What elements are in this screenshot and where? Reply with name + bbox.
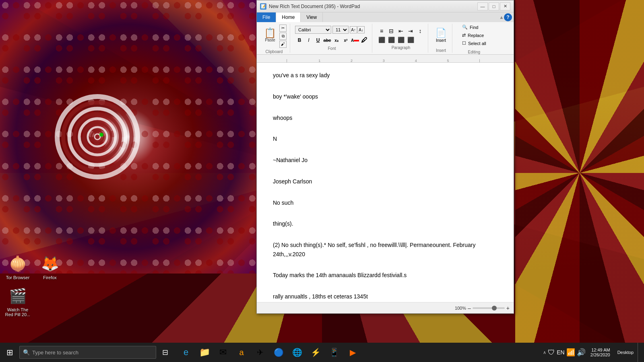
strikethrough-button[interactable]: abc <box>323 36 332 45</box>
highlight-button[interactable]: 🖊 <box>360 36 369 45</box>
increase-indent-button[interactable]: ⇥ <box>406 27 415 35</box>
font-name-select[interactable]: Calibri <box>295 26 331 34</box>
ribbon-collapse-btn[interactable]: ▲ <box>499 14 504 20</box>
insert-label: Insert <box>436 38 446 43</box>
numbered-list-button[interactable]: ⊟ <box>387 27 396 35</box>
taskbar-mail[interactable]: ✉ <box>214 343 232 361</box>
start-button[interactable]: ⊞ <box>0 343 19 362</box>
underline-button[interactable]: U <box>314 36 322 45</box>
text-color-button[interactable]: A <box>351 36 359 45</box>
taskbar-amazon[interactable]: a <box>233 343 250 361</box>
desktop-icon-tor[interactable]: 🧅 Tor Browser <box>3 253 32 282</box>
clock-time: 12:49 AM <box>591 348 610 352</box>
taskbar-media[interactable]: ▶ <box>344 343 361 361</box>
align-center-button[interactable]: ⬛ <box>387 36 396 44</box>
status-bar: 100% – + <box>257 302 514 313</box>
superscript-button[interactable]: x² <box>341 36 350 45</box>
clipboard-group: 📋 Paste ✂ ⧉ 🖌 Clipboard <box>258 24 290 53</box>
document-content[interactable]: you've a s ra sexy lady boy *'wake' ooop… <box>257 63 514 302</box>
show-hidden-icons-button[interactable]: ∧ <box>543 350 546 355</box>
antivirus-tray-icon: 🛡 <box>548 348 555 357</box>
doc-line-11 <box>273 187 497 196</box>
tripadvisor-icon: ✈ <box>257 348 264 357</box>
spiral-overlay <box>53 93 142 181</box>
insert-button[interactable]: 📄 Insert <box>433 26 449 44</box>
windows-icon: ⊞ <box>6 348 13 357</box>
taskbar-web[interactable]: 🌐 <box>288 343 306 361</box>
font-shrink-button[interactable]: A↓ <box>357 26 365 33</box>
desktop-icon-video[interactable]: 🎬 Watch The Red Pill 20... <box>3 285 32 319</box>
desktop-label[interactable]: Desktop <box>615 350 636 355</box>
tab-file[interactable]: File <box>257 12 276 22</box>
tor-label: Tor Browser <box>6 275 30 280</box>
minimize-button[interactable]: — <box>477 2 488 10</box>
paragraph-group: ≡ ⊟ ⇤ ⇥ ↕ ⬛ ⬛ ⬛ ⬛ Paragraph <box>374 24 428 53</box>
taskbar-tor-tb[interactable]: 🔵 <box>270 343 287 361</box>
help-button[interactable]: ? <box>504 13 512 21</box>
taskbar-winrar[interactable]: ⚡ <box>307 343 324 361</box>
align-left-button[interactable]: ⬛ <box>377 36 386 44</box>
taskbar-tripadvisor[interactable]: ✈ <box>251 343 269 361</box>
maximize-button[interactable]: □ <box>489 2 499 10</box>
desktop-icon-firefox[interactable]: 🦊 Firefox <box>35 253 64 282</box>
paste-button[interactable]: 📋 Paste <box>262 27 279 44</box>
font-grow-button[interactable]: A↑ <box>350 26 357 33</box>
replace-label: Replace <box>468 33 484 38</box>
align-right-button[interactable]: ⬛ <box>396 36 405 44</box>
insert-icon: 📄 <box>436 28 446 38</box>
svg-point-3 <box>74 114 120 160</box>
system-clock[interactable]: 12:49 AM 2/26/2020 <box>587 348 613 357</box>
copy-button[interactable]: ⧉ <box>279 33 287 40</box>
zoom-increase-button[interactable]: + <box>506 305 510 311</box>
search-bar[interactable]: 🔍 Type here to search <box>19 346 156 359</box>
video-icon: 🎬 <box>8 286 27 306</box>
italic-button[interactable]: I <box>304 36 313 45</box>
volume-tray-icon[interactable]: 🔊 <box>577 348 586 357</box>
clock-date: 2/26/2020 <box>590 352 610 357</box>
zoom-thumb <box>492 306 497 311</box>
task-view-icon: ⊟ <box>162 348 168 357</box>
desktop: 🧅 Tor Browser 🦊 Firefox 🎬 Watch The Red … <box>0 0 644 346</box>
close-button[interactable]: ✕ <box>500 2 510 10</box>
doc-line-4: whoops <box>273 113 497 122</box>
search-placeholder: Type here to search <box>32 350 78 356</box>
paragraph-label: Paragraph <box>392 45 411 50</box>
cut-button[interactable]: ✂ <box>279 25 287 32</box>
bullets-button[interactable]: ≡ <box>377 27 386 35</box>
replace-button[interactable]: ⇄ Replace <box>460 32 488 39</box>
doc-line-1 <box>273 81 497 90</box>
tab-home[interactable]: Home <box>276 12 301 22</box>
doc-line-15 <box>273 230 497 239</box>
taskbar-edge[interactable]: e <box>177 343 195 361</box>
show-desktop-button[interactable] <box>638 343 641 362</box>
firefox-label: Firefox <box>43 275 57 280</box>
phone-icon: 📱 <box>329 348 339 357</box>
find-button[interactable]: 🔍 Find <box>460 24 488 31</box>
doc-line-10: Joseph Carlson <box>273 177 497 186</box>
ribbon-content: 📋 Paste ✂ ⧉ 🖌 Clipboard <box>257 22 514 54</box>
font-grow-shrink: A↑ A↓ <box>350 26 365 33</box>
kaleidoscope-art <box>0 0 256 274</box>
line-spacing-button[interactable]: ↕ <box>416 27 425 35</box>
language-indicator: EN <box>557 349 564 356</box>
svg-point-2 <box>69 109 126 165</box>
tab-view[interactable]: View <box>301 12 323 22</box>
doc-line-12: No such <box>273 198 497 207</box>
find-label: Find <box>470 25 478 30</box>
svg-point-8 <box>95 134 100 140</box>
task-view-button[interactable]: ⊟ <box>156 343 174 362</box>
bold-button[interactable]: B <box>295 36 304 45</box>
select-all-button[interactable]: ☐ Select all <box>460 40 488 47</box>
justify-button[interactable]: ⬛ <box>406 36 415 44</box>
doc-line-0: you've a s ra sexy lady <box>273 71 497 80</box>
editing-label: Editing <box>468 50 481 54</box>
clipboard-buttons: 📋 Paste ✂ ⧉ 🖌 <box>262 23 287 48</box>
zoom-slider[interactable] <box>473 307 505 309</box>
taskbar-explorer[interactable]: 📁 <box>196 343 213 361</box>
subscript-button[interactable]: x₂ <box>332 36 341 45</box>
font-size-select[interactable]: 11 <box>332 26 349 34</box>
format-painter-button[interactable]: 🖌 <box>279 41 287 48</box>
zoom-decrease-button[interactable]: – <box>468 305 471 311</box>
decrease-indent-button[interactable]: ⇤ <box>396 27 405 35</box>
taskbar-phone[interactable]: 📱 <box>325 343 343 361</box>
